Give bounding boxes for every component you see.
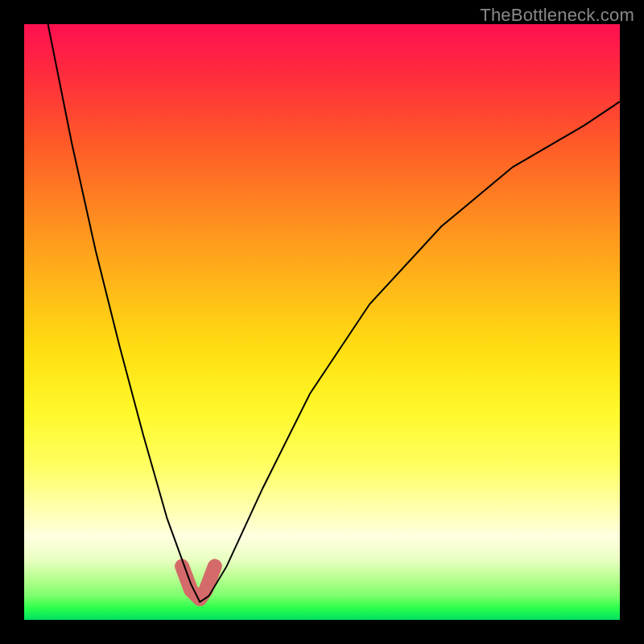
watermark-text: TheBottleneck.com [480, 5, 634, 26]
plot-area [24, 24, 620, 620]
bottleneck-curve [48, 24, 620, 602]
curve-layer [24, 24, 620, 620]
chart-stage: TheBottleneck.com [0, 0, 644, 644]
